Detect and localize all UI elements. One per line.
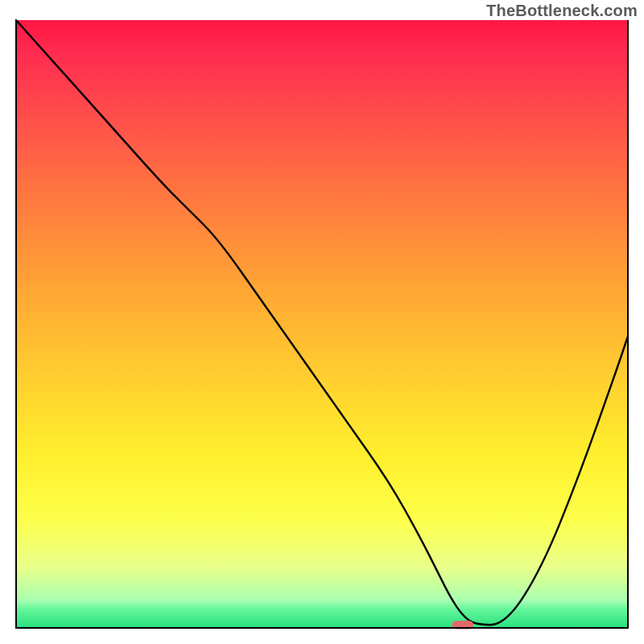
- chart-container: TheBottleneck.com: [0, 0, 644, 644]
- bottleneck-chart: [0, 0, 644, 644]
- gradient-background: [16, 20, 628, 628]
- watermark-label: TheBottleneck.com: [486, 2, 638, 20]
